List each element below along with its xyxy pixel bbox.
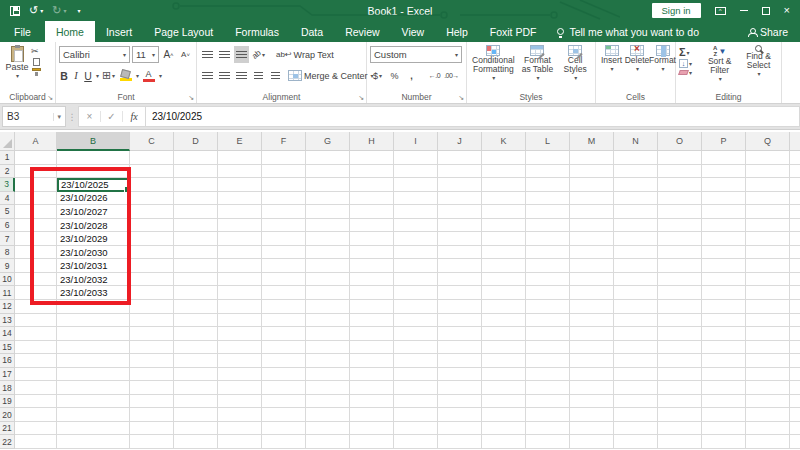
cell-A17[interactable] [15, 368, 57, 382]
cell-M12[interactable] [570, 300, 614, 314]
cell-D17[interactable] [174, 368, 218, 382]
borders-button[interactable]: ⊞▾ [101, 67, 116, 84]
cell-H10[interactable] [350, 273, 394, 287]
cell-L15[interactable] [526, 341, 570, 355]
cell-H20[interactable] [350, 408, 394, 422]
row-header-15[interactable]: 15 [0, 341, 15, 355]
cell-E9[interactable] [218, 259, 262, 273]
cell-C15[interactable] [130, 341, 174, 355]
cell-O10[interactable] [658, 273, 702, 287]
cell-K21[interactable] [482, 422, 526, 436]
column-header-E[interactable]: E [218, 132, 262, 151]
cell-B6[interactable]: 23/10/2028 [57, 219, 130, 233]
cell-B19[interactable] [57, 395, 130, 409]
cell-G19[interactable] [306, 395, 350, 409]
cell-H11[interactable] [350, 286, 394, 300]
cell-I2[interactable] [394, 165, 438, 179]
cell-B11[interactable]: 23/10/2033 [57, 286, 130, 300]
sort-filter-button[interactable]: AZ▼ Sort & Filter ▾ [700, 44, 739, 90]
cell-P3[interactable] [702, 178, 746, 192]
column-header-P[interactable]: P [702, 132, 746, 151]
cell-K20[interactable] [482, 408, 526, 422]
row-header-19[interactable]: 19 [0, 395, 15, 409]
cell-F7[interactable] [262, 232, 306, 246]
italic-button[interactable]: I [71, 70, 81, 81]
cell-N9[interactable] [614, 259, 658, 273]
tab-formulas[interactable]: Formulas [224, 21, 290, 42]
cell-K10[interactable] [482, 273, 526, 287]
cell-C16[interactable] [130, 354, 174, 368]
accounting-format-button[interactable]: $▾ [370, 67, 385, 84]
cell-O19[interactable] [658, 395, 702, 409]
cell-M6[interactable] [570, 219, 614, 233]
cell-C9[interactable] [130, 259, 174, 273]
cell-C22[interactable] [130, 435, 174, 449]
cell-K16[interactable] [482, 354, 526, 368]
cell-A15[interactable] [15, 341, 57, 355]
cell-P2[interactable] [702, 165, 746, 179]
cell-O18[interactable] [658, 381, 702, 395]
cell-G10[interactable] [306, 273, 350, 287]
cell-O20[interactable] [658, 408, 702, 422]
cell-M9[interactable] [570, 259, 614, 273]
row-header-2[interactable]: 2 [0, 165, 15, 179]
cell-E5[interactable] [218, 205, 262, 219]
cell-L17[interactable] [526, 368, 570, 382]
cell-P9[interactable] [702, 259, 746, 273]
cell-O14[interactable] [658, 327, 702, 341]
cell-G15[interactable] [306, 341, 350, 355]
row-header-12[interactable]: 12 [0, 300, 15, 314]
cell-H2[interactable] [350, 165, 394, 179]
cell-P5[interactable] [702, 205, 746, 219]
row-header-17[interactable]: 17 [0, 368, 15, 382]
cell-I7[interactable] [394, 232, 438, 246]
find-select-button[interactable]: Find & Select ▾ [739, 44, 778, 90]
cell-F13[interactable] [262, 314, 306, 328]
cell-M2[interactable] [570, 165, 614, 179]
tab-home[interactable]: Home [45, 21, 95, 42]
cell-O17[interactable] [658, 368, 702, 382]
cell-E4[interactable] [218, 192, 262, 206]
confirm-entry-button[interactable]: ✓ [101, 111, 123, 122]
cell-M7[interactable] [570, 232, 614, 246]
cell-E13[interactable] [218, 314, 262, 328]
cell-M5[interactable] [570, 205, 614, 219]
underline-button[interactable]: U [83, 70, 93, 82]
cell-H5[interactable] [350, 205, 394, 219]
cell-I4[interactable] [394, 192, 438, 206]
bottom-align-button[interactable] [234, 46, 249, 63]
cell-N8[interactable] [614, 246, 658, 260]
number-dialog-launcher[interactable]: ↘ [458, 94, 464, 102]
cell-L11[interactable] [526, 286, 570, 300]
cell-N20[interactable] [614, 408, 658, 422]
cell-F6[interactable] [262, 219, 306, 233]
cell-O11[interactable] [658, 286, 702, 300]
cell-E22[interactable] [218, 435, 262, 449]
cell-D8[interactable] [174, 246, 218, 260]
cell-A7[interactable] [15, 232, 57, 246]
cell-L16[interactable] [526, 354, 570, 368]
cell-A3[interactable] [15, 178, 57, 192]
orientation-button[interactable]: ab▾ [251, 46, 266, 63]
cell-D16[interactable] [174, 354, 218, 368]
middle-align-button[interactable] [217, 46, 232, 63]
cell-C3[interactable] [130, 178, 174, 192]
cell-I8[interactable] [394, 246, 438, 260]
cell-I10[interactable] [394, 273, 438, 287]
cell-G6[interactable] [306, 219, 350, 233]
cell-D7[interactable] [174, 232, 218, 246]
cell-D5[interactable] [174, 205, 218, 219]
cell-E3[interactable] [218, 178, 262, 192]
cell-Q3[interactable] [746, 178, 790, 192]
number-format-combo[interactable]: Custom ▾ [370, 46, 462, 63]
cell-N18[interactable] [614, 381, 658, 395]
font-name-combo[interactable]: Calibri ▾ [59, 46, 130, 63]
cell-O4[interactable] [658, 192, 702, 206]
cell-K9[interactable] [482, 259, 526, 273]
cell-L3[interactable] [526, 178, 570, 192]
cell-H3[interactable] [350, 178, 394, 192]
column-header-M[interactable]: M [570, 132, 614, 151]
cell-F1[interactable] [262, 151, 306, 165]
cell-J19[interactable] [438, 395, 482, 409]
increase-indent-button[interactable] [268, 67, 283, 84]
